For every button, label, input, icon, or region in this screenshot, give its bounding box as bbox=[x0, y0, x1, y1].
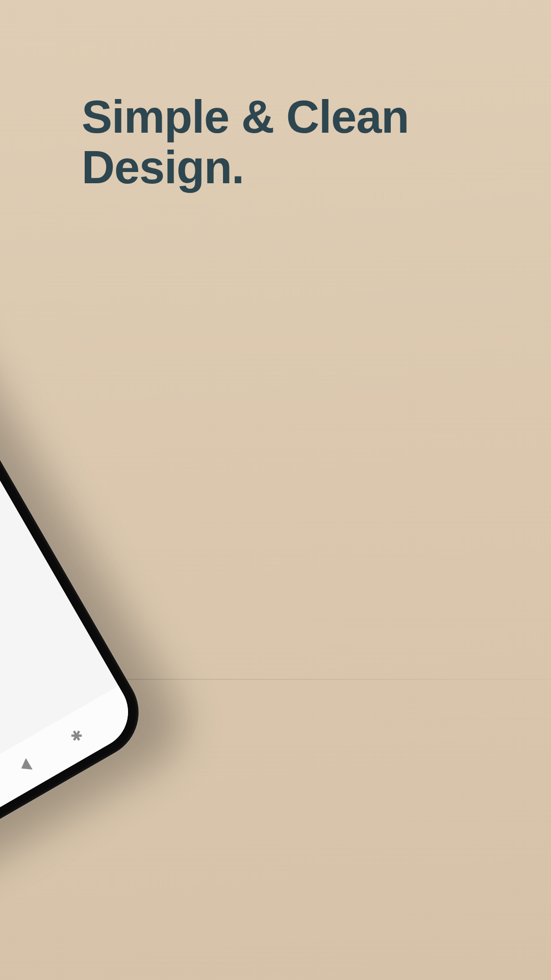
marketing-headline: Simple & Clean Design. bbox=[82, 92, 510, 193]
headline-line-1: Simple & Clean bbox=[82, 91, 409, 142]
headline-line-2: Design. bbox=[82, 142, 244, 193]
phone-mockup: SET ✱ bbox=[0, 80, 393, 980]
accessibility-icon[interactable]: ✱ bbox=[68, 727, 86, 746]
back-icon[interactable] bbox=[18, 758, 33, 774]
